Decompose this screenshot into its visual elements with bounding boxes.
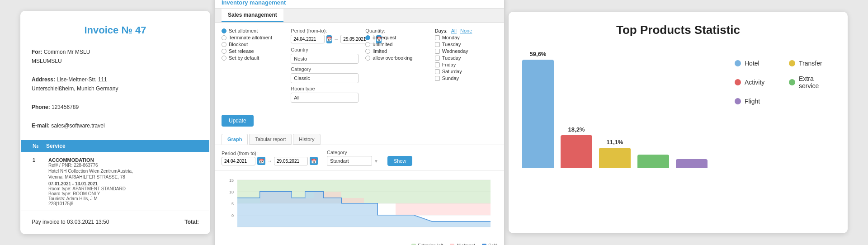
radio-blockout[interactable]: Blockout — [222, 42, 284, 47]
graph-cal-from-icon[interactable]: 📅 — [257, 157, 265, 165]
graph-cal-to-icon[interactable]: 📅 — [310, 157, 318, 165]
bar3-pct: 11,1% — [607, 139, 623, 146]
day-tuesday[interactable]: Tuesday — [435, 42, 497, 47]
history-tab[interactable]: History — [293, 134, 320, 145]
qty-limited[interactable]: limited — [365, 48, 428, 54]
day-sunday[interactable]: Sunday — [435, 75, 497, 81]
legend-extra: Extra service — [789, 75, 834, 90]
radio-set-release-icon — [222, 49, 226, 54]
svg-text:5: 5 — [231, 202, 234, 206]
qty-limited-label: limited — [373, 48, 387, 54]
address-label: Address: — [32, 76, 55, 83]
radio-set-default-icon — [222, 56, 226, 61]
service-ref: Ref# / PNR: 228-863776 — [48, 163, 133, 168]
day-monday[interactable]: Monday — [435, 35, 497, 40]
legend-sold: Sold — [488, 243, 497, 245]
qty-allow-label: allow overbooking — [373, 55, 412, 61]
category-label: Category — [291, 66, 359, 72]
tuesday2-checkbox — [435, 56, 440, 61]
stats-title: Top Products Statistic — [522, 23, 834, 37]
flight-circle — [735, 98, 741, 104]
for-label: For: — [32, 49, 42, 55]
email-value: sales@software.travel — [51, 122, 104, 129]
service-dates: 07.01.2021 - 13.01.2021 — [48, 181, 133, 186]
day-saturday[interactable]: Saturday — [435, 69, 497, 74]
radio-terminate-icon — [222, 35, 226, 40]
all-link[interactable]: All — [451, 28, 457, 33]
chart-area: 15 10 5 0 — [215, 171, 504, 241]
category-label2: Category — [327, 150, 378, 155]
qty-allow-overbooking[interactable]: allow overbooking — [365, 55, 428, 61]
bar-flight — [676, 157, 708, 168]
qty-on-request-radio — [365, 35, 370, 40]
graph-date-to[interactable] — [274, 157, 308, 165]
service-title: ACCOMMODATION — [48, 157, 133, 163]
radio-terminate[interactable]: Terminate allotment — [222, 35, 284, 40]
legend-activity: Activity — [735, 75, 775, 90]
svg-text:15: 15 — [229, 178, 234, 183]
qty-limited-radio — [365, 49, 370, 54]
category-field[interactable]: Classic — [291, 73, 359, 83]
qty-unlimited-radio — [365, 42, 370, 47]
tab-sales-management[interactable]: Sales management — [222, 9, 283, 22]
qty-unlimited-label: unlimited — [373, 42, 392, 47]
radio-set-allotment[interactable]: Set allotment — [222, 28, 284, 33]
date-from-input[interactable] — [291, 35, 325, 43]
col-no: № — [33, 143, 46, 149]
legend-allotment: Allotment — [456, 243, 475, 245]
day-friday[interactable]: Friday — [435, 62, 497, 67]
company: MSLUMSLU — [32, 57, 199, 66]
friday-checkbox — [435, 62, 440, 67]
invoice-panel: Invoice № 47 For: Common Mr MSLU MSLUMSL… — [20, 11, 210, 235]
address-value: Lise-Meitner-Str. 111 — [57, 76, 107, 83]
sunday-checkbox — [435, 76, 440, 81]
update-button[interactable]: Update — [222, 115, 254, 127]
chart-legend: Extrarian left Allotment Sold — [215, 241, 504, 245]
room-type-field[interactable]: All — [291, 93, 359, 103]
set-release-label: Set release — [229, 48, 254, 54]
activity-circle — [735, 79, 741, 85]
service-tourists2: 228|10175|8 — [48, 201, 133, 206]
stats-chart: 59,6% 18,2% 11,1% — [522, 46, 721, 173]
service-tourists: Tourists: Adam Hills, J M — [48, 196, 133, 201]
legend-transfer: Transfer — [789, 60, 830, 67]
radio-set-allotment-icon — [222, 28, 226, 33]
saturday-checkbox — [435, 69, 440, 74]
service-board: Board type: ROOM ONLY — [48, 191, 133, 196]
qty-unlimited[interactable]: unlimited — [365, 42, 428, 47]
day-wednesday[interactable]: Wednesday — [435, 48, 497, 54]
set-default-label: Set by default — [229, 55, 259, 61]
radio-set-release[interactable]: Set release — [222, 48, 284, 54]
service-hotel: Hotel NH Collection Wien ZentrumAustria, — [48, 169, 133, 174]
graph-tab[interactable]: Graph — [222, 134, 248, 145]
monday-checkbox — [435, 35, 440, 40]
inventory-panel: Inventory management Sales management Se… — [215, 0, 504, 245]
bar5 — [676, 159, 708, 168]
legend-extraran-dot — [411, 244, 416, 245]
transfer-circle — [789, 60, 795, 66]
days-label: Days: — [435, 28, 448, 33]
service-hotel2: Vienna, MARIAHILFER STRASSE, 78 — [48, 174, 133, 179]
show-button[interactable]: Show — [387, 156, 413, 166]
day-tuesday2[interactable]: Tuesday — [435, 55, 497, 61]
legend-allotment-dot — [450, 244, 454, 245]
tabular-tab[interactable]: Tabular report — [249, 134, 292, 145]
legend-hotel-label: Hotel — [745, 60, 760, 67]
invoice-title: Invoice № 47 — [29, 24, 201, 36]
none-link[interactable]: None — [460, 28, 472, 33]
col-service: Service — [46, 143, 198, 149]
country-field[interactable]: Nesto — [291, 54, 359, 64]
graph-date-from[interactable] — [222, 157, 255, 165]
qty-allow-radio — [365, 56, 370, 61]
phone-value: 123456789 — [52, 104, 79, 110]
legend-flight-label: Flight — [745, 98, 760, 105]
radio-set-default[interactable]: Set by default — [222, 55, 284, 61]
bar1-pct: 59,6% — [530, 51, 547, 57]
bar2-pct: 18,2% — [568, 126, 585, 133]
qty-on-request[interactable]: on request — [365, 35, 428, 40]
country-label: Country — [291, 47, 359, 52]
arrow-icon: → — [334, 37, 339, 42]
inventory-chart: 15 10 5 0 — [222, 175, 497, 234]
category-filter-field[interactable]: Standart — [327, 156, 372, 166]
calendar-from-icon[interactable]: 📅 — [326, 35, 332, 43]
